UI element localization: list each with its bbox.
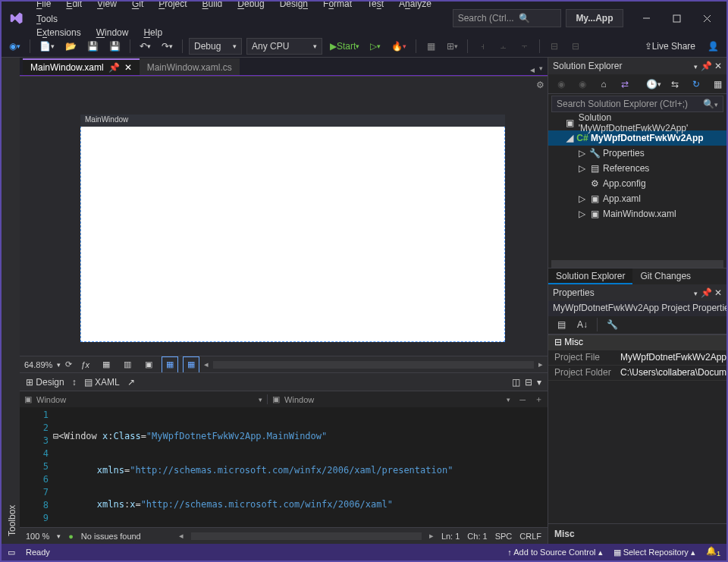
admin-icon[interactable]: 👤 (704, 38, 722, 55)
tb-align-3[interactable]: ⫟ (516, 38, 533, 55)
xaml-nav-right[interactable]: ▣ Window▾ (267, 394, 515, 404)
code-content[interactable]: ⊟<Window x:Class="MyWpfDotnetFwkWv2App.M… (53, 407, 548, 527)
save-button[interactable]: 💾 (84, 38, 102, 55)
split-h-icon[interactable]: ◫ (512, 377, 520, 388)
se-back[interactable]: ◉ (553, 76, 570, 93)
doc-tab-mainwindow-xaml[interactable]: MainWindow.xaml 📌 ✕ (23, 58, 140, 75)
maximize-button[interactable] (661, 8, 692, 29)
select-repository[interactable]: ▦ Select Repository ▴ (613, 548, 695, 557)
menu-test[interactable]: Test (360, 0, 391, 11)
doc-nav-left[interactable]: ◂ (530, 64, 535, 75)
doc-tab-mainwindow-cs[interactable]: MainWindow.xaml.cs (140, 58, 240, 75)
menu-git[interactable]: Git (125, 0, 150, 11)
config-combo[interactable]: Debug▾ (189, 38, 242, 55)
menu-format[interactable]: Format (316, 0, 359, 11)
eol[interactable]: CRLF (519, 532, 541, 541)
tree-appconfig[interactable]: ⚙ App.config (548, 176, 726, 191)
ch[interactable]: Ch: 1 (467, 532, 487, 541)
solution-search[interactable]: Search Solution Explorer (Ctrl+;) 🔍▾ (551, 96, 723, 112)
se-fwd[interactable]: ◉ (574, 76, 591, 93)
tree-properties[interactable]: ▷🔧 Properties (548, 146, 726, 161)
fx-icon[interactable]: ƒx (77, 356, 93, 373)
split-v-icon[interactable]: ⊟ (525, 377, 532, 388)
pane-pin-icon[interactable]: 📌 (701, 61, 712, 71)
prop-project-file[interactable]: Project FileMyWpfDotnetFwkWv2App (548, 350, 726, 366)
cat-icon[interactable]: ▤ (553, 316, 570, 333)
tab-design[interactable]: ⊞ Design (26, 377, 64, 388)
xaml-nav-left[interactable]: ▣ Window▾ (20, 394, 267, 404)
se-sync-icon[interactable]: 🕒▾ (645, 76, 662, 93)
add-icon[interactable]: ＋ (530, 394, 548, 405)
issues-text[interactable]: No issues found (81, 532, 141, 541)
doc-nav-dd[interactable]: ▾ (539, 64, 543, 75)
grid-icon[interactable]: ▦ (98, 356, 115, 373)
tb-dist-1[interactable]: ⊟ (546, 38, 563, 55)
az-icon[interactable]: A↓ (574, 316, 591, 333)
se-home-icon[interactable]: ⌂ (595, 76, 612, 93)
save-all-button[interactable]: 💾 (106, 38, 124, 55)
xaml-code-editor[interactable]: 123 456 789 ⊟<Window x:Class="MyWpfDotne… (20, 407, 548, 527)
spc[interactable]: SPC (495, 532, 513, 541)
prop-wrench-icon[interactable]: 🔧 (604, 316, 621, 333)
refresh-icon[interactable]: ⟳ (65, 359, 72, 369)
se-collapse-icon[interactable]: ⇆ (667, 76, 683, 93)
minimize-button[interactable] (631, 8, 661, 29)
props-pin-icon[interactable]: 📌 (701, 287, 712, 298)
close-button[interactable] (692, 8, 722, 29)
tb-icon-2[interactable]: ⊞▾ (444, 38, 461, 55)
tb-align-1[interactable]: ⫞ (474, 38, 491, 55)
undo-button[interactable]: ↶▾ (136, 38, 154, 55)
code-h-scroll[interactable] (191, 532, 422, 540)
designer-h-scroll[interactable] (213, 361, 534, 369)
tb-icon-1[interactable]: ▦ (422, 38, 439, 55)
ln[interactable]: Ln: 1 (441, 532, 460, 541)
xaml-designer[interactable]: ⚙ MainWindow (20, 76, 548, 356)
menu-analyze[interactable]: Analyze (392, 0, 438, 11)
zoom-level[interactable]: 64.89% (24, 360, 52, 369)
properties-subject[interactable]: MyWpfDotnetFwkWv2App Project Properties (548, 301, 726, 316)
se-switch-icon[interactable]: ⇄ (617, 76, 633, 93)
props-menu-icon[interactable]: ▾ (694, 290, 698, 297)
popout-icon[interactable]: ↗ (127, 377, 135, 388)
zoom-pct[interactable]: 100 % (26, 532, 49, 541)
search-box[interactable]: Search (Ctrl... 🔍 (453, 9, 561, 27)
add-source-control[interactable]: ↑ Add to Source Control ▴ (507, 548, 602, 557)
menu-project[interactable]: Project (152, 0, 193, 11)
pane-close-icon[interactable]: ✕ (714, 61, 722, 71)
tree-mainwindow[interactable]: ▷▣ MainWindow.xaml (548, 206, 726, 221)
pin-icon[interactable]: 📌 (108, 62, 120, 73)
tree-references[interactable]: ▷▤ References (548, 161, 726, 176)
menu-debug[interactable]: Debug (231, 0, 271, 11)
props-close-icon[interactable]: ✕ (714, 287, 722, 298)
se-showall-icon[interactable]: ▦ (709, 76, 726, 93)
tab-solution-explorer[interactable]: Solution Explorer (548, 268, 632, 284)
gear-icon[interactable]: ⚙ (536, 80, 544, 90)
menu-tools[interactable]: Tools (30, 12, 64, 26)
new-file-button[interactable]: 📄▾ (36, 38, 58, 55)
snap2-icon[interactable]: ▦ (162, 356, 178, 373)
notifications-icon[interactable]: 🔔1 (706, 546, 720, 557)
prop-project-folder[interactable]: Project FolderC:\Users\collabera\Documen… (548, 366, 726, 381)
rail-doc-outline[interactable]: Document Outline (0, 58, 3, 544)
rail-toolbox[interactable]: Toolbox (3, 58, 20, 544)
grid2-icon[interactable]: ▥ (119, 356, 136, 373)
tree-appxaml[interactable]: ▷▣ App.xaml (548, 191, 726, 206)
tab-xaml[interactable]: ▤ XAML (84, 377, 120, 388)
platform-combo[interactable]: Any CPU▾ (246, 38, 322, 55)
menu-file[interactable]: FFileile (30, 0, 58, 11)
se-refresh-icon[interactable]: ↻ (688, 76, 704, 93)
output-icon[interactable]: ▭ (8, 548, 15, 557)
collapse-icon[interactable]: ▾ (537, 377, 541, 388)
menu-build[interactable]: Build (196, 0, 230, 11)
hot-reload-button[interactable]: 🔥▾ (388, 38, 410, 55)
pane-menu-icon[interactable]: ▾ (694, 63, 698, 71)
menu-view[interactable]: View (90, 0, 124, 11)
tree-project[interactable]: ◢C# MyWpfDotnetFwkWv2App (548, 130, 726, 146)
nav-back-button[interactable]: ◉▾ (6, 38, 24, 55)
tab-git-changes[interactable]: Git Changes (632, 268, 698, 284)
live-share-button[interactable]: ⇪ Live Share (642, 38, 698, 55)
menu-edit[interactable]: Edit (59, 0, 89, 11)
redo-button[interactable]: ↷▾ (158, 38, 176, 55)
snap-icon[interactable]: ▣ (140, 356, 157, 373)
swap-icon[interactable]: ↕ (72, 377, 77, 388)
